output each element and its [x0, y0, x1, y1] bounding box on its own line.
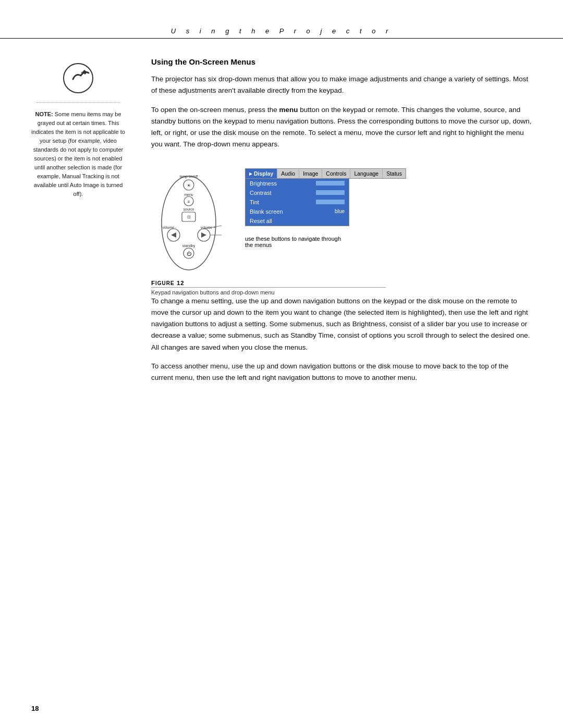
- figure-wrapper: lamp on/off ☀ menu ≡ source ⊡: [151, 158, 532, 295]
- dots-divider: [36, 102, 120, 103]
- keypad-diagram: lamp on/off ☀ menu ≡ source ⊡: [151, 158, 235, 275]
- menu-tab-status[interactable]: Status: [383, 169, 406, 178]
- menu-tab-language[interactable]: Language: [350, 169, 383, 178]
- menu-tab-audio[interactable]: Audio: [277, 169, 299, 178]
- menu-tab-controls[interactable]: Controls: [322, 169, 350, 178]
- svg-text:≡: ≡: [188, 200, 190, 204]
- paragraph-2-bold: menu: [279, 106, 298, 114]
- svg-point-0: [64, 64, 93, 93]
- paragraph-2-before: To open the on-screen menus, press the: [151, 106, 279, 114]
- main-content: NOTE: Some menu items may be grayed out …: [31, 52, 532, 697]
- dropdown-and-annotation: ▸ Display Audio Image Controls Language …: [245, 158, 406, 248]
- svg-text:standby: standby: [182, 244, 195, 248]
- menu-item-reset-all[interactable]: Reset all: [246, 216, 349, 226]
- figure-row: lamp on/off ☀ menu ≡ source ⊡: [151, 158, 532, 275]
- menu-item-blank-screen[interactable]: Blank screen blue: [246, 207, 349, 216]
- menu-tab-image[interactable]: Image: [299, 169, 322, 178]
- svg-text:⏻: ⏻: [187, 251, 192, 256]
- note-icon: [63, 63, 94, 94]
- menu-dropdown: Brightness Contrast Tint: [245, 179, 349, 226]
- note-text: NOTE: Some menu items may be grayed out …: [31, 110, 125, 199]
- menu-item-contrast[interactable]: Contrast: [246, 188, 349, 198]
- menu-item-brightness[interactable]: Brightness: [246, 179, 349, 188]
- menu-item-tint[interactable]: Tint: [246, 198, 349, 207]
- nav-note-line2: the menus: [245, 242, 406, 248]
- paragraph-2: To open the on-screen menus, press the m…: [151, 104, 532, 151]
- svg-text:source: source: [183, 207, 194, 211]
- contrast-bar: [316, 190, 345, 195]
- paragraph-4: To access another menu, use the up and d…: [151, 361, 532, 384]
- right-content: Using the On-Screen Menus The projector …: [136, 52, 532, 697]
- figure-caption: Keypad navigation buttons and drop-down …: [151, 287, 386, 295]
- page-number: 18: [31, 705, 39, 712]
- paragraph-3: To change a menu setting, use the up and…: [151, 295, 532, 353]
- paragraph-1: The projector has six drop-down menus th…: [151, 73, 532, 97]
- left-sidebar: NOTE: Some menu items may be grayed out …: [31, 52, 136, 697]
- header-title: U s i n g t h e P r o j e c t o r: [31, 27, 532, 35]
- tint-bar: [316, 200, 345, 204]
- nav-annotation: use these buttons to navigate through th…: [245, 236, 406, 248]
- svg-text:⊡: ⊡: [187, 215, 191, 219]
- menu-tab-display[interactable]: ▸ Display: [246, 169, 277, 178]
- figure-label-text: FIGURE Figure 1212: [151, 280, 185, 286]
- figure-bottom: FIGURE Figure 1212 Keypad navigation but…: [151, 280, 532, 295]
- section-title: Using the On-Screen Menus: [151, 57, 532, 66]
- svg-text:lamp on/off: lamp on/off: [180, 175, 198, 179]
- svg-text:☀: ☀: [187, 183, 191, 188]
- nav-note-line1: use these buttons to navigate through: [245, 236, 406, 242]
- note-label: NOTE:: [35, 111, 53, 117]
- svg-text:menu: menu: [184, 193, 193, 196]
- menu-bar: ▸ Display Audio Image Controls Language …: [245, 168, 406, 226]
- note-body: Some menu items may be grayed out at cer…: [31, 111, 125, 197]
- brightness-bar: [316, 181, 345, 186]
- figure-label: FIGURE Figure 1212: [151, 280, 532, 286]
- page-header: U s i n g t h e P r o j e c t o r: [0, 27, 563, 39]
